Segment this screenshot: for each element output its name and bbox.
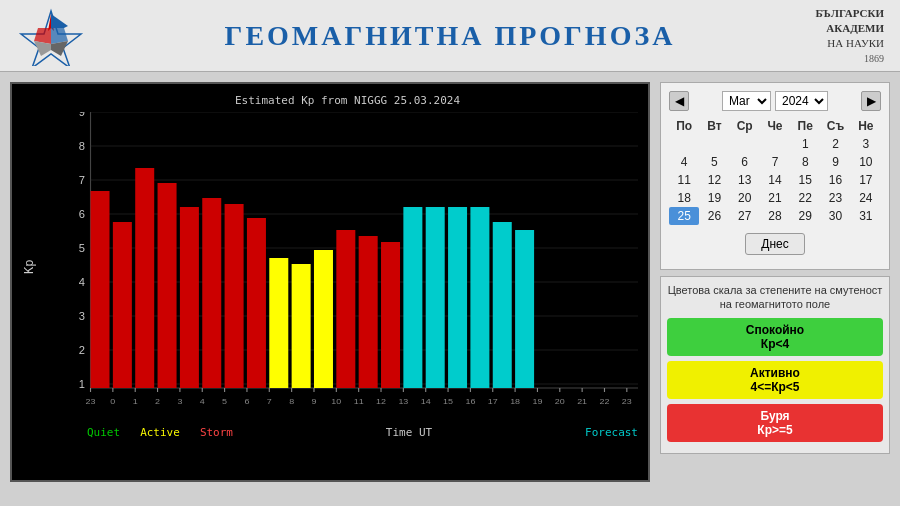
svg-rect-46 — [515, 230, 534, 388]
cal-day[interactable]: 29 — [790, 207, 820, 225]
cal-day[interactable]: 24 — [851, 189, 881, 207]
svg-marker-2 — [51, 14, 68, 28]
y-axis-label: Kp — [22, 260, 36, 274]
svg-text:2: 2 — [155, 396, 160, 405]
svg-rect-34 — [247, 218, 266, 388]
svg-rect-39 — [359, 236, 378, 388]
legend-active: Active — [140, 426, 180, 439]
cal-day[interactable]: 21 — [760, 189, 790, 207]
cal-day[interactable]: 17 — [851, 171, 881, 189]
svg-text:6: 6 — [244, 396, 249, 405]
day-header-tue: Вт — [699, 117, 729, 135]
day-header-thu: Че — [760, 117, 790, 135]
chart-container: Estimated Kp from NIGGG 25.03.2024 Kp 9 … — [10, 82, 650, 482]
svg-text:10: 10 — [331, 396, 341, 405]
table-row: 25 26 27 28 29 30 31 — [669, 207, 881, 225]
day-header-mon: По — [669, 117, 699, 135]
cal-day[interactable]: 13 — [730, 171, 760, 189]
cal-day[interactable]: 8 — [790, 153, 820, 171]
today-button[interactable]: Днес — [745, 233, 805, 255]
svg-text:21: 21 — [577, 396, 587, 405]
svg-text:14: 14 — [421, 396, 431, 405]
svg-text:1: 1 — [133, 396, 138, 405]
svg-rect-30 — [158, 183, 177, 388]
svg-text:23: 23 — [86, 396, 96, 405]
cal-day[interactable]: 10 — [851, 153, 881, 171]
svg-text:4: 4 — [79, 277, 85, 288]
cal-day[interactable]: 15 — [790, 171, 820, 189]
cal-day[interactable]: 16 — [820, 171, 850, 189]
svg-text:20: 20 — [555, 396, 565, 405]
left-logo-icon — [16, 6, 86, 66]
cal-day[interactable]: 20 — [730, 189, 760, 207]
cal-day[interactable]: 26 — [699, 207, 729, 225]
cal-day[interactable]: 28 — [760, 207, 790, 225]
svg-text:5: 5 — [79, 243, 85, 254]
svg-rect-31 — [180, 207, 199, 388]
chart-svg: 9 8 7 6 5 4 3 2 1 — [57, 112, 638, 422]
svg-rect-45 — [493, 222, 512, 388]
cal-day[interactable]: 18 — [669, 189, 699, 207]
cal-day[interactable]: 2 — [820, 135, 850, 153]
svg-text:3: 3 — [79, 311, 85, 322]
cal-day[interactable]: 5 — [699, 153, 729, 171]
svg-rect-36 — [292, 264, 311, 388]
calendar-grid: По Вт Ср Че Пе Съ Не 1 — [669, 117, 881, 225]
right-logo: БЪЛГАРСКИ АКАДЕМИ НА НАУКИ 1869 — [794, 6, 884, 66]
svg-text:18: 18 — [510, 396, 520, 405]
next-month-button[interactable]: ▶ — [861, 91, 881, 111]
svg-text:19: 19 — [532, 396, 542, 405]
cal-day[interactable]: 11 — [669, 171, 699, 189]
quiet-badge: СпокойноКр<4 — [667, 318, 883, 356]
cal-day[interactable]: 3 — [851, 135, 881, 153]
calendar-box: ◀ JanFebMar AprMayJun JulAugSep OctNovDe… — [660, 82, 890, 270]
day-header-sat: Съ — [820, 117, 850, 135]
svg-text:12: 12 — [376, 396, 386, 405]
year-select[interactable]: 2022202320242025 — [775, 91, 828, 111]
cal-day[interactable]: 14 — [760, 171, 790, 189]
svg-text:8: 8 — [289, 396, 294, 405]
cal-day[interactable]: 7 — [760, 153, 790, 171]
svg-rect-35 — [269, 258, 288, 388]
svg-text:4: 4 — [200, 396, 205, 405]
calendar-selects: JanFebMar AprMayJun JulAugSep OctNovDec … — [722, 91, 828, 111]
svg-rect-29 — [135, 168, 154, 388]
svg-rect-37 — [314, 250, 333, 388]
color-scale-box: Цветова скала за степените на смутеностн… — [660, 276, 890, 454]
table-row: 11 12 13 14 15 16 17 — [669, 171, 881, 189]
cal-day-today[interactable]: 25 — [669, 207, 699, 225]
svg-text:11: 11 — [354, 396, 364, 405]
chart-title: Estimated Kp from NIGGG 25.03.2024 — [57, 94, 638, 107]
cal-day[interactable]: 23 — [820, 189, 850, 207]
cal-day-empty — [760, 135, 790, 153]
prev-month-button[interactable]: ◀ — [669, 91, 689, 111]
month-select[interactable]: JanFebMar AprMayJun JulAugSep OctNovDec — [722, 91, 771, 111]
svg-text:1: 1 — [79, 379, 85, 390]
cal-day[interactable]: 30 — [820, 207, 850, 225]
legend-quiet: Quiet — [87, 426, 120, 439]
svg-rect-38 — [336, 230, 355, 388]
svg-rect-33 — [225, 204, 244, 388]
cal-day[interactable]: 6 — [730, 153, 760, 171]
cal-day[interactable]: 27 — [730, 207, 760, 225]
legend-time: Time UT — [273, 426, 545, 439]
svg-rect-27 — [91, 191, 110, 388]
svg-text:5: 5 — [222, 396, 227, 405]
cal-day[interactable]: 1 — [790, 135, 820, 153]
svg-text:16: 16 — [465, 396, 475, 405]
svg-text:17: 17 — [488, 396, 498, 405]
cal-day[interactable]: 31 — [851, 207, 881, 225]
calendar-header: ◀ JanFebMar AprMayJun JulAugSep OctNovDe… — [669, 91, 881, 111]
cal-day[interactable]: 12 — [699, 171, 729, 189]
cal-day[interactable]: 4 — [669, 153, 699, 171]
cal-day[interactable]: 22 — [790, 189, 820, 207]
storm-badge: БуряКр>=5 — [667, 404, 883, 442]
cal-day[interactable]: 19 — [699, 189, 729, 207]
page-title: ГЕОМАГНИТНА ПРОГНОЗА — [106, 20, 794, 52]
svg-text:8: 8 — [79, 141, 85, 152]
svg-text:22: 22 — [600, 396, 610, 405]
svg-rect-40 — [381, 242, 400, 388]
cal-day[interactable]: 9 — [820, 153, 850, 171]
svg-text:15: 15 — [443, 396, 453, 405]
color-scale-title: Цветова скала за степените на смутеностн… — [667, 283, 883, 312]
